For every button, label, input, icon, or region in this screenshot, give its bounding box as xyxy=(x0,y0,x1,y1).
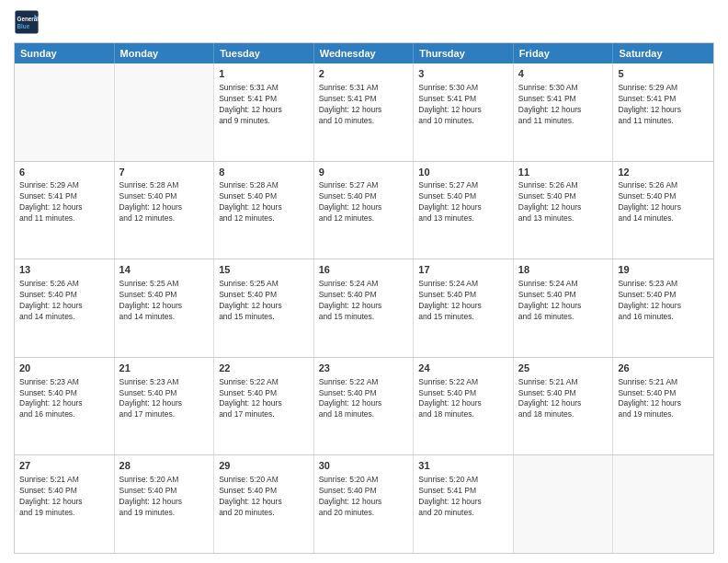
calendar-header-cell: Sunday xyxy=(15,43,115,63)
calendar-cell: 30Sunrise: 5:20 AM Sunset: 5:40 PM Dayli… xyxy=(314,455,415,553)
calendar-header-cell: Friday xyxy=(514,43,614,63)
calendar-cell: 29Sunrise: 5:20 AM Sunset: 5:40 PM Dayli… xyxy=(214,455,314,553)
calendar-cell: 18Sunrise: 5:24 AM Sunset: 5:40 PM Dayli… xyxy=(514,259,614,357)
day-number: 13 xyxy=(19,263,109,277)
day-info: Sunrise: 5:21 AM Sunset: 5:40 PM Dayligh… xyxy=(518,377,609,421)
calendar-cell: 26Sunrise: 5:21 AM Sunset: 5:40 PM Dayli… xyxy=(613,358,713,455)
day-info: Sunrise: 5:25 AM Sunset: 5:40 PM Dayligh… xyxy=(219,279,309,323)
calendar-row: 1Sunrise: 5:31 AM Sunset: 5:41 PM Daylig… xyxy=(15,63,713,161)
day-info: Sunrise: 5:26 AM Sunset: 5:40 PM Dayligh… xyxy=(19,279,109,323)
day-info: Sunrise: 5:23 AM Sunset: 5:40 PM Dayligh… xyxy=(618,279,709,323)
day-number: 27 xyxy=(19,459,109,473)
calendar-cell: 4Sunrise: 5:30 AM Sunset: 5:41 PM Daylig… xyxy=(514,63,614,161)
day-info: Sunrise: 5:23 AM Sunset: 5:40 PM Dayligh… xyxy=(119,377,210,421)
calendar-body: 1Sunrise: 5:31 AM Sunset: 5:41 PM Daylig… xyxy=(15,63,713,553)
day-number: 31 xyxy=(418,459,508,473)
day-number: 3 xyxy=(418,67,508,81)
calendar-header-cell: Tuesday xyxy=(214,43,314,63)
day-number: 23 xyxy=(319,362,409,375)
calendar-cell: 19Sunrise: 5:23 AM Sunset: 5:40 PM Dayli… xyxy=(613,259,713,357)
calendar-cell: 3Sunrise: 5:30 AM Sunset: 5:41 PM Daylig… xyxy=(414,63,514,161)
calendar-row: 6Sunrise: 5:29 AM Sunset: 5:41 PM Daylig… xyxy=(15,161,713,259)
calendar-cell: 31Sunrise: 5:20 AM Sunset: 5:41 PM Dayli… xyxy=(414,455,514,553)
calendar-cell: 22Sunrise: 5:22 AM Sunset: 5:40 PM Dayli… xyxy=(214,358,314,455)
day-info: Sunrise: 5:24 AM Sunset: 5:40 PM Dayligh… xyxy=(319,279,409,323)
day-info: Sunrise: 5:20 AM Sunset: 5:40 PM Dayligh… xyxy=(219,475,309,519)
calendar-cell: 12Sunrise: 5:26 AM Sunset: 5:40 PM Dayli… xyxy=(613,162,713,259)
day-info: Sunrise: 5:28 AM Sunset: 5:40 PM Dayligh… xyxy=(219,180,309,224)
day-number: 10 xyxy=(418,166,508,179)
day-info: Sunrise: 5:21 AM Sunset: 5:40 PM Dayligh… xyxy=(19,475,109,519)
calendar-cell: 6Sunrise: 5:29 AM Sunset: 5:41 PM Daylig… xyxy=(15,162,115,259)
svg-text:Blue: Blue xyxy=(17,23,30,29)
day-info: Sunrise: 5:27 AM Sunset: 5:40 PM Dayligh… xyxy=(418,180,508,224)
calendar-cell: 14Sunrise: 5:25 AM Sunset: 5:40 PM Dayli… xyxy=(115,259,215,357)
calendar-cell xyxy=(514,455,614,553)
calendar-row: 27Sunrise: 5:21 AM Sunset: 5:40 PM Dayli… xyxy=(15,454,713,553)
day-number: 7 xyxy=(119,166,210,179)
day-info: Sunrise: 5:24 AM Sunset: 5:40 PM Dayligh… xyxy=(518,279,609,323)
calendar-cell: 2Sunrise: 5:31 AM Sunset: 5:41 PM Daylig… xyxy=(314,63,415,161)
day-info: Sunrise: 5:30 AM Sunset: 5:41 PM Dayligh… xyxy=(418,83,508,127)
day-info: Sunrise: 5:29 AM Sunset: 5:41 PM Dayligh… xyxy=(19,180,109,224)
calendar-header-cell: Monday xyxy=(115,43,215,63)
calendar-cell: 8Sunrise: 5:28 AM Sunset: 5:40 PM Daylig… xyxy=(214,162,314,259)
calendar-cell: 21Sunrise: 5:23 AM Sunset: 5:40 PM Dayli… xyxy=(115,358,215,455)
day-number: 22 xyxy=(219,362,309,375)
header: General Blue xyxy=(14,9,714,35)
day-info: Sunrise: 5:28 AM Sunset: 5:40 PM Dayligh… xyxy=(119,180,210,224)
calendar: SundayMondayTuesdayWednesdayThursdayFrid… xyxy=(14,42,714,554)
day-info: Sunrise: 5:25 AM Sunset: 5:40 PM Dayligh… xyxy=(119,279,210,323)
calendar-cell xyxy=(115,63,215,161)
day-number: 9 xyxy=(319,166,409,179)
page: General Blue SundayMondayTuesdayWednesda… xyxy=(0,0,728,563)
calendar-header-cell: Thursday xyxy=(414,43,514,63)
day-info: Sunrise: 5:26 AM Sunset: 5:40 PM Dayligh… xyxy=(618,180,709,224)
day-number: 5 xyxy=(618,67,709,81)
calendar-cell xyxy=(613,455,713,553)
day-number: 15 xyxy=(219,263,309,277)
calendar-cell xyxy=(15,63,115,161)
day-number: 25 xyxy=(518,362,609,375)
logo-icon: General Blue xyxy=(14,9,40,35)
day-info: Sunrise: 5:29 AM Sunset: 5:41 PM Dayligh… xyxy=(618,83,709,127)
day-number: 29 xyxy=(219,459,309,473)
day-number: 17 xyxy=(418,263,508,277)
day-number: 11 xyxy=(518,166,609,179)
day-info: Sunrise: 5:26 AM Sunset: 5:40 PM Dayligh… xyxy=(518,180,609,224)
day-number: 8 xyxy=(219,166,309,179)
day-info: Sunrise: 5:21 AM Sunset: 5:40 PM Dayligh… xyxy=(618,377,709,421)
calendar-header-cell: Saturday xyxy=(613,43,713,63)
svg-rect-0 xyxy=(15,10,38,33)
day-info: Sunrise: 5:20 AM Sunset: 5:40 PM Dayligh… xyxy=(319,475,409,519)
calendar-cell: 28Sunrise: 5:20 AM Sunset: 5:40 PM Dayli… xyxy=(115,455,215,553)
day-info: Sunrise: 5:22 AM Sunset: 5:40 PM Dayligh… xyxy=(219,377,309,421)
day-info: Sunrise: 5:31 AM Sunset: 5:41 PM Dayligh… xyxy=(319,83,409,127)
day-info: Sunrise: 5:31 AM Sunset: 5:41 PM Dayligh… xyxy=(219,83,309,127)
day-number: 4 xyxy=(518,67,609,81)
calendar-cell: 7Sunrise: 5:28 AM Sunset: 5:40 PM Daylig… xyxy=(115,162,215,259)
day-number: 1 xyxy=(219,67,309,81)
day-number: 16 xyxy=(319,263,409,277)
calendar-cell: 15Sunrise: 5:25 AM Sunset: 5:40 PM Dayli… xyxy=(214,259,314,357)
day-number: 12 xyxy=(618,166,709,179)
calendar-cell: 5Sunrise: 5:29 AM Sunset: 5:41 PM Daylig… xyxy=(613,63,713,161)
day-number: 28 xyxy=(119,459,210,473)
day-number: 6 xyxy=(19,166,109,179)
day-info: Sunrise: 5:27 AM Sunset: 5:40 PM Dayligh… xyxy=(319,180,409,224)
calendar-cell: 20Sunrise: 5:23 AM Sunset: 5:40 PM Dayli… xyxy=(15,358,115,455)
day-number: 19 xyxy=(618,263,709,277)
day-number: 14 xyxy=(119,263,210,277)
calendar-row: 20Sunrise: 5:23 AM Sunset: 5:40 PM Dayli… xyxy=(15,357,713,455)
day-info: Sunrise: 5:24 AM Sunset: 5:40 PM Dayligh… xyxy=(418,279,508,323)
day-number: 26 xyxy=(618,362,709,375)
day-info: Sunrise: 5:22 AM Sunset: 5:40 PM Dayligh… xyxy=(319,377,409,421)
calendar-cell: 11Sunrise: 5:26 AM Sunset: 5:40 PM Dayli… xyxy=(514,162,614,259)
day-info: Sunrise: 5:23 AM Sunset: 5:40 PM Dayligh… xyxy=(19,377,109,421)
day-number: 20 xyxy=(19,362,109,375)
day-info: Sunrise: 5:20 AM Sunset: 5:41 PM Dayligh… xyxy=(418,475,508,519)
calendar-cell: 27Sunrise: 5:21 AM Sunset: 5:40 PM Dayli… xyxy=(15,455,115,553)
calendar-header-cell: Wednesday xyxy=(314,43,415,63)
calendar-header: SundayMondayTuesdayWednesdayThursdayFrid… xyxy=(15,43,713,63)
calendar-cell: 10Sunrise: 5:27 AM Sunset: 5:40 PM Dayli… xyxy=(414,162,514,259)
